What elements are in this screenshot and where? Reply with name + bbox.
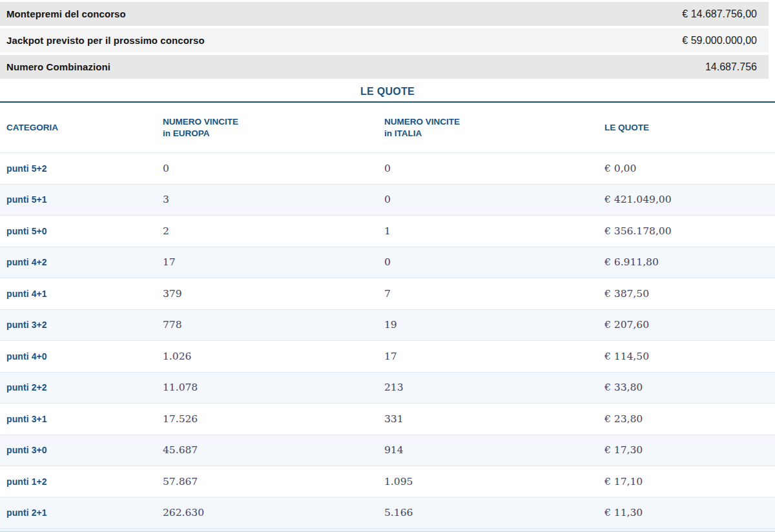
cell-categoria: punti 3+2 <box>0 320 163 330</box>
cell-vincite-europa: 17 <box>163 256 384 268</box>
cell-quota: € 23,80 <box>604 413 775 425</box>
cell-vincite-italia: 0 <box>384 256 604 268</box>
cell-categoria: punti 2+2 <box>0 382 163 393</box>
table-body: punti 5+2 0 0 € 0,00 punti 5+1 3 0 € 421… <box>0 153 775 529</box>
header-vincite-europa: NUMERO VINCITE in EUROPA <box>163 116 384 139</box>
cell-vincite-italia: 7 <box>384 288 604 300</box>
cell-vincite-italia: 331 <box>384 413 604 425</box>
cell-categoria: punti 4+2 <box>0 257 163 267</box>
table-header-row: CATEGORIA NUMERO VINCITE in EUROPA NUMER… <box>0 103 775 153</box>
cell-quota: € 33,80 <box>604 382 775 393</box>
header-line: NUMERO VINCITE <box>163 116 384 128</box>
cell-categoria: punti 3+0 <box>0 445 163 455</box>
cell-vincite-italia: 17 <box>384 351 604 362</box>
cell-vincite-italia: 5.166 <box>384 507 604 518</box>
summary-row-jackpot: Jackpot previsto per il prossimo concors… <box>0 28 769 52</box>
table-row: punti 4+0 1.026 17 € 114,50 <box>0 341 775 373</box>
cell-vincite-italia: 914 <box>384 444 604 456</box>
summary-row-montepremi: Montepremi del concorso € 14.687.756,00 <box>0 2 769 26</box>
summary-value: 14.687.756 <box>705 61 757 73</box>
table-row: punti 3+0 45.687 914 € 17,30 <box>0 435 775 467</box>
table-row: punti 5+1 3 0 € 421.049,00 <box>0 185 775 216</box>
summary-value: € 59.000.000,00 <box>682 35 757 46</box>
header-line: LE QUOTE <box>604 122 775 134</box>
table-row: punti 3+1 17.526 331 € 23,80 <box>0 404 775 435</box>
cell-categoria: punti 4+1 <box>0 289 163 299</box>
cell-quota: € 421.049,00 <box>604 194 775 205</box>
cell-categoria: punti 1+2 <box>0 476 163 487</box>
cell-quota: € 11,30 <box>604 507 775 518</box>
quote-table: CATEGORIA NUMERO VINCITE in EUROPA NUMER… <box>0 103 775 532</box>
eurojackpot-results-panel: Montepremi del concorso € 14.687.756,00 … <box>0 0 775 532</box>
cell-categoria: punti 5+2 <box>0 163 163 174</box>
cell-vincite-europa: 17.526 <box>163 413 384 425</box>
cell-vincite-italia: 19 <box>384 319 604 331</box>
cell-vincite-europa: 262.630 <box>163 507 384 518</box>
cell-vincite-europa: 1.026 <box>163 351 384 362</box>
cell-vincite-europa: 45.687 <box>163 444 384 456</box>
table-row: punti 2+1 262.630 5.166 € 11,30 <box>0 498 775 529</box>
cell-vincite-europa: 57.867 <box>163 476 384 487</box>
cell-quota: € 207,60 <box>604 319 775 331</box>
table-row: punti 3+2 778 19 € 207,60 <box>0 310 775 342</box>
table-row: punti 1+2 57.867 1.095 € 17,10 <box>0 466 775 498</box>
table-row: punti 5+0 2 1 € 356.178,00 <box>0 216 775 247</box>
cell-vincite-italia: 0 <box>384 163 604 174</box>
header-line: in EUROPA <box>163 128 384 139</box>
cell-vincite-italia: 213 <box>384 382 604 393</box>
cell-quota: € 356.178,00 <box>604 225 775 237</box>
cell-quota: € 387,50 <box>604 288 775 300</box>
cell-quota: € 114,50 <box>604 351 775 362</box>
cell-quota: € 0,00 <box>604 163 775 174</box>
cell-vincite-europa: 778 <box>163 319 384 331</box>
cell-categoria: punti 5+1 <box>0 194 163 205</box>
table-row: punti 2+2 11.078 213 € 33,80 <box>0 373 775 404</box>
header-line: in ITALIA <box>384 128 604 139</box>
cell-categoria: punti 3+1 <box>0 414 163 424</box>
table-row: punti 4+2 17 0 € 6.911,80 <box>0 247 775 279</box>
summary-label: Montepremi del concorso <box>6 8 126 19</box>
cell-quota: € 6.911,80 <box>604 256 775 268</box>
cell-vincite-europa: 0 <box>163 163 384 174</box>
cell-categoria: punti 4+0 <box>0 351 163 362</box>
cell-vincite-europa: 11.078 <box>163 382 384 393</box>
quote-section-title: LE QUOTE <box>0 81 775 103</box>
cell-vincite-italia: 0 <box>384 194 604 205</box>
cell-quota: € 17,30 <box>604 444 775 456</box>
cell-vincite-italia: 1 <box>384 225 604 237</box>
cell-categoria: punti 2+1 <box>0 507 163 518</box>
table-row: punti 5+2 0 0 € 0,00 <box>0 153 775 185</box>
summary-label: Numero Combinazioni <box>6 61 110 72</box>
cell-quota: € 17,10 <box>604 476 775 487</box>
summary-value: € 14.687.756,00 <box>682 8 757 20</box>
header-line: NUMERO VINCITE <box>384 116 604 128</box>
table-row: punti 4+1 379 7 € 387,50 <box>0 278 775 310</box>
header-vincite-italia: NUMERO VINCITE in ITALIA <box>384 116 604 139</box>
summary-section: Montepremi del concorso € 14.687.756,00 … <box>0 0 775 79</box>
summary-label: Jackpot previsto per il prossimo concors… <box>6 35 205 46</box>
header-le-quote: LE QUOTE <box>604 122 775 134</box>
cell-vincite-europa: 379 <box>163 288 384 300</box>
header-line: CATEGORIA <box>6 122 163 134</box>
header-categoria: CATEGORIA <box>0 122 163 134</box>
cell-categoria: punti 5+0 <box>0 226 163 236</box>
cell-vincite-europa: 3 <box>163 194 384 205</box>
summary-row-combinazioni: Numero Combinazioni 14.687.756 <box>0 55 769 79</box>
cell-vincite-italia: 1.095 <box>384 476 604 487</box>
cell-vincite-europa: 2 <box>163 225 384 237</box>
